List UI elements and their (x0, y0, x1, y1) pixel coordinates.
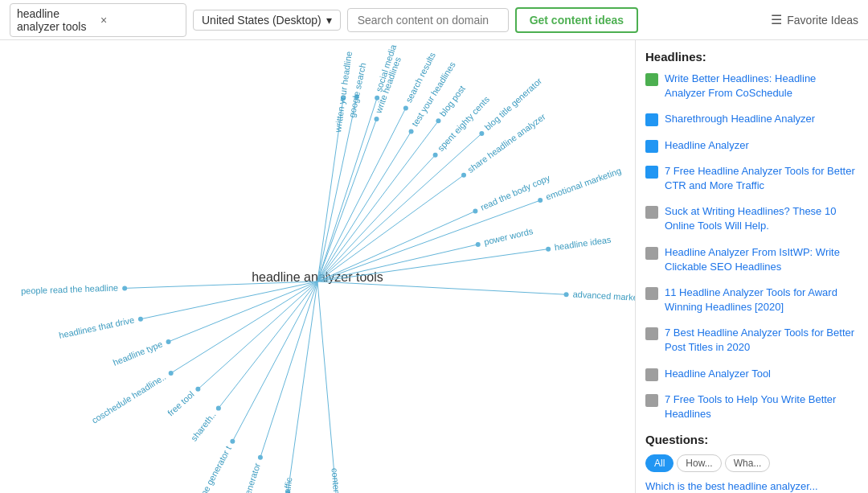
chevron-down-icon: ▾ (326, 14, 332, 27)
svg-line-49 (317, 281, 337, 493)
svg-point-14 (461, 173, 466, 178)
headline-text: 7 Best Headline Analyzer Tools for Bette… (665, 326, 858, 355)
question-item[interactable]: Which is the best headline analyzer... (645, 480, 858, 492)
svg-point-11 (433, 153, 438, 158)
svg-line-34 (198, 281, 317, 389)
svg-line-28 (169, 281, 317, 342)
get-content-ideas-button[interactable]: Get content ideas (515, 7, 638, 33)
svg-text:headline type: headline type (112, 339, 164, 368)
question-tabs: AllHow...Wha... (645, 454, 858, 472)
svg-text:people read the headline: people read the headline (21, 283, 118, 296)
svg-text:free tool: free tool (166, 389, 196, 418)
headline-item[interactable]: 11 Headline Analyzer Tools for Award Win… (645, 286, 858, 314)
headline-item[interactable]: 7 Best Headline Analyzer Tools for Bette… (645, 326, 858, 355)
headline-item[interactable]: 7 Free Tools to Help You Write Better He… (645, 392, 858, 421)
svg-point-20 (476, 242, 481, 247)
svg-point-71 (375, 96, 379, 101)
svg-point-56 (546, 247, 551, 252)
questions-section: Questions: AllHow...Wha... Which is the … (645, 433, 858, 492)
svg-point-8 (409, 129, 414, 134)
headline-text: Suck at Writing Headlines? These 10 Onli… (665, 204, 858, 233)
svg-text:drive traffic: drive traffic (278, 476, 293, 493)
questions-title: Questions: (645, 433, 858, 446)
country-label: United States (Desktop) (202, 14, 321, 27)
domain-search-input[interactable] (347, 8, 509, 32)
svg-line-55 (317, 249, 548, 281)
svg-text:advanced marketing insti: advanced marketing insti (572, 290, 635, 304)
svg-line-52 (317, 281, 567, 294)
svg-point-32 (169, 371, 174, 376)
svg-point-44 (258, 455, 263, 460)
keyword-input-wrapper[interactable]: headline analyzer tools × (10, 3, 186, 37)
svg-text:written your headline: written your headline (333, 51, 354, 134)
svg-line-7 (317, 131, 411, 281)
headline-item[interactable]: 7 Free Headline Analyzer Tools for Bette… (645, 164, 858, 193)
svg-line-40 (232, 281, 317, 442)
headline-text: 11 Headline Analyzer Tools for Award Win… (665, 286, 858, 314)
list-icon: ☰ (771, 12, 782, 27)
favicon-icon (645, 287, 658, 300)
headline-text: Sharethrough Headline Analyzer (665, 112, 815, 126)
favicon-icon (645, 166, 658, 179)
favicon-icon (645, 73, 658, 86)
svg-point-62 (479, 131, 484, 136)
headline-item[interactable]: Headline Analyzer Tool (645, 367, 858, 381)
svg-text:share headline analyzer: share headline analyzer (465, 111, 547, 175)
headline-item[interactable]: Sharethrough Headline Analyzer (645, 112, 858, 126)
svg-line-61 (317, 134, 481, 281)
favicon-icon (645, 368, 658, 381)
favicon-icon (645, 327, 658, 340)
svg-text:content idea generator: content idea generator (330, 467, 347, 493)
headline-item[interactable]: Headline Analyzer (645, 138, 858, 153)
country-select[interactable]: United States (Desktop) ▾ (193, 10, 341, 31)
svg-point-38 (216, 406, 221, 411)
svg-text:headlines that drive: headlines that drive (58, 315, 135, 341)
svg-text:shareth..: shareth.. (189, 410, 218, 443)
headline-text: Write Better Headlines: Headline Analyze… (665, 72, 858, 101)
svg-text:headline generator t: headline generator t (187, 444, 233, 493)
headlines-title: Headlines: (645, 50, 858, 64)
svg-point-65 (436, 118, 440, 123)
favorite-ideas-button[interactable]: ☰ Favorite Ideas (771, 12, 858, 27)
svg-line-10 (317, 155, 436, 281)
favorite-ideas-label: Favorite Ideas (787, 14, 858, 27)
sidebar: Headlines: Write Better Headlines: Headl… (635, 40, 868, 493)
svg-line-67 (317, 108, 406, 281)
close-icon[interactable]: × (100, 14, 179, 27)
svg-line-16 (317, 212, 475, 281)
svg-text:read the body copy: read the body copy (479, 173, 552, 212)
headline-item[interactable]: Headline Analyzer From IsItWP: Write Cli… (645, 245, 858, 274)
headline-text: Headline Analyzer From IsItWP: Write Cli… (665, 245, 858, 274)
svg-text:headline generator: headline generator (230, 462, 262, 493)
headline-text: 7 Free Headline Analyzer Tools for Bette… (665, 164, 858, 193)
headline-text: Headline Analyzer (665, 138, 749, 153)
svg-line-70 (317, 98, 377, 281)
favicon-icon (645, 394, 658, 407)
main-content: headline analyzer toolswritten your head… (0, 40, 868, 493)
question-tab[interactable]: All (645, 454, 674, 472)
svg-point-5 (375, 117, 379, 121)
svg-point-23 (122, 286, 127, 290)
favicon-icon (645, 206, 658, 219)
question-tab[interactable]: Wha... (725, 454, 771, 472)
mindmap-area[interactable]: headline analyzer toolswritten your head… (0, 40, 635, 493)
svg-line-22 (125, 281, 317, 288)
svg-point-53 (564, 292, 569, 297)
headline-item[interactable]: Suck at Writing Headlines? These 10 Onli… (645, 204, 858, 233)
svg-point-17 (473, 209, 477, 214)
svg-point-26 (138, 317, 143, 322)
svg-line-43 (260, 281, 317, 458)
svg-point-59 (538, 198, 542, 203)
keyword-text: headline analyzer tools (17, 7, 96, 33)
favicon-icon (645, 113, 658, 126)
headline-item[interactable]: Write Better Headlines: Headline Analyze… (645, 72, 858, 101)
svg-text:coschedule headline..: coschedule headline.. (90, 372, 168, 425)
mindmap-svg: headline analyzer toolswritten your head… (0, 40, 635, 493)
headline-text: 7 Free Tools to Help You Write Better He… (665, 392, 858, 421)
headlines-list: Write Better Headlines: Headline Analyze… (645, 72, 858, 421)
question-tab[interactable]: How... (677, 454, 721, 472)
svg-point-41 (230, 439, 235, 444)
svg-line-13 (317, 175, 464, 281)
favicon-icon (645, 140, 658, 153)
headline-text: Headline Analyzer Tool (665, 367, 771, 381)
